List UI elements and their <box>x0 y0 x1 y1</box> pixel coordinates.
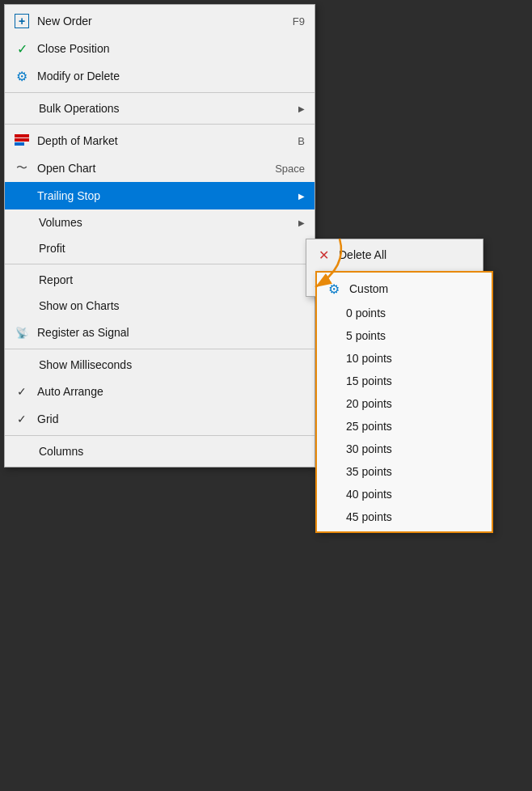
separator-1 <box>5 92 315 93</box>
points-submenu-45-label: 45 points <box>346 510 482 523</box>
menu-item-auto-arrange-label: Auto Arrange <box>37 385 305 398</box>
menu-item-open-chart-shortcut: Space <box>275 163 305 175</box>
points-submenu-35-label: 35 points <box>346 465 482 478</box>
bulk-operations-arrow: ▶ <box>298 104 305 113</box>
points-submenu-40[interactable]: 40 points <box>317 483 492 505</box>
dom-icon <box>13 132 31 150</box>
separator-3 <box>5 264 315 264</box>
menu-item-modify-delete[interactable]: ⚙ Modify or Delete <box>5 62 315 90</box>
separator-5 <box>5 435 315 436</box>
gear-icon: ⚙ <box>13 67 31 85</box>
menu-item-open-chart-label: Open Chart <box>37 162 275 175</box>
menu-item-grid-label: Grid <box>37 412 305 425</box>
menu-item-register-as-signal[interactable]: 📡 Register as Signal <box>5 319 315 346</box>
points-submenu-35[interactable]: 35 points <box>317 460 492 483</box>
separator-4 <box>5 349 315 349</box>
menu-item-volumes[interactable]: Volumes ▶ <box>5 209 315 235</box>
points-submenu-20[interactable]: 20 points <box>317 392 492 415</box>
points-submenu-10[interactable]: 10 points <box>317 347 492 370</box>
points-submenu-20-label: 20 points <box>346 397 482 410</box>
points-submenu-5[interactable]: 5 points <box>317 324 492 347</box>
trailing-submenu-delete-all-label: Delete All <box>339 248 473 261</box>
points-submenu-15-label: 15 points <box>346 374 482 387</box>
trailing-stop-arrow: ▶ <box>298 192 305 201</box>
auto-arrange-check-icon: ✓ <box>13 383 31 400</box>
menu-item-profit-label: Profit <box>39 242 305 255</box>
menu-item-depth-of-market-shortcut: B <box>298 135 305 147</box>
menu-item-bulk-operations[interactable]: Bulk Operations ▶ <box>5 95 315 121</box>
check-icon: ✓ <box>13 40 31 57</box>
menu-item-report-label: Report <box>39 273 305 286</box>
menu-item-auto-arrange[interactable]: ✓ Auto Arrange <box>5 378 315 405</box>
menu-item-close-position-label: Close Position <box>37 42 305 55</box>
context-menu: + New Order F9 ✓ Close Position ⚙ Modify… <box>4 4 315 467</box>
svg-rect-0 <box>15 134 29 137</box>
menu-item-trailing-stop[interactable]: Trailing Stop ▶ <box>5 182 315 209</box>
menu-item-bulk-operations-label: Bulk Operations <box>39 102 292 115</box>
points-submenu-0[interactable]: 0 points <box>317 302 492 324</box>
points-submenu-30[interactable]: 30 points <box>317 438 492 460</box>
menu-item-trailing-stop-label: Trailing Stop <box>37 189 292 202</box>
menu-item-close-position[interactable]: ✓ Close Position <box>5 35 315 62</box>
points-submenu-45[interactable]: 45 points <box>317 505 492 528</box>
menu-item-volumes-label: Volumes <box>39 216 292 229</box>
menu-item-register-as-signal-label: Register as Signal <box>37 326 305 339</box>
delete-all-x-icon: ✕ <box>315 246 332 264</box>
trailing-stop-icon <box>13 187 31 205</box>
menu-item-show-on-charts[interactable]: Show on Charts <box>5 293 315 319</box>
svg-rect-1 <box>15 138 29 142</box>
trailing-submenu-delete-all[interactable]: ✕ Delete All <box>306 242 483 268</box>
menu-item-show-milliseconds[interactable]: Show Milliseconds <box>5 352 315 378</box>
svg-rect-2 <box>15 142 24 146</box>
separator-2 <box>5 124 315 125</box>
menu-item-depth-of-market-label: Depth of Market <box>37 134 298 147</box>
points-submenu-10-label: 10 points <box>346 352 482 365</box>
points-submenu-0-label: 0 points <box>346 307 482 319</box>
grid-check-icon: ✓ <box>13 410 31 428</box>
points-submenu-40-label: 40 points <box>346 488 482 501</box>
signal-icon: 📡 <box>13 324 31 341</box>
volumes-arrow: ▶ <box>298 218 305 227</box>
menu-item-open-chart[interactable]: 〜 Open Chart Space <box>5 154 315 182</box>
menu-item-grid[interactable]: ✓ Grid <box>5 405 315 433</box>
points-submenu-15[interactable]: 15 points <box>317 370 492 392</box>
points-submenu-30-label: 30 points <box>346 442 482 455</box>
points-submenu-custom-label: Custom <box>349 282 482 295</box>
points-submenu: ⚙ Custom 0 points 5 points 10 points 15 … <box>315 271 493 533</box>
new-order-icon: + <box>13 12 31 30</box>
points-submenu-custom[interactable]: ⚙ Custom <box>317 276 492 302</box>
points-submenu-25-label: 25 points <box>346 420 482 433</box>
custom-gear-icon: ⚙ <box>325 280 343 298</box>
menu-item-new-order-label: New Order <box>37 15 293 27</box>
menu-item-columns-label: Columns <box>39 445 305 458</box>
points-submenu-5-label: 5 points <box>346 329 482 342</box>
menu-item-new-order[interactable]: + New Order F9 <box>5 7 315 35</box>
menu-item-profit[interactable]: Profit <box>5 235 315 261</box>
menu-item-depth-of-market[interactable]: Depth of Market B <box>5 127 315 154</box>
points-submenu-25[interactable]: 25 points <box>317 415 492 438</box>
menu-item-show-on-charts-label: Show on Charts <box>39 299 305 312</box>
menu-item-show-milliseconds-label: Show Milliseconds <box>39 358 305 371</box>
menu-item-columns[interactable]: Columns <box>5 438 315 464</box>
menu-item-modify-delete-label: Modify or Delete <box>37 70 305 82</box>
chart-icon: 〜 <box>13 159 31 177</box>
menu-item-report[interactable]: Report <box>5 267 315 293</box>
menu-item-new-order-shortcut: F9 <box>293 15 305 27</box>
